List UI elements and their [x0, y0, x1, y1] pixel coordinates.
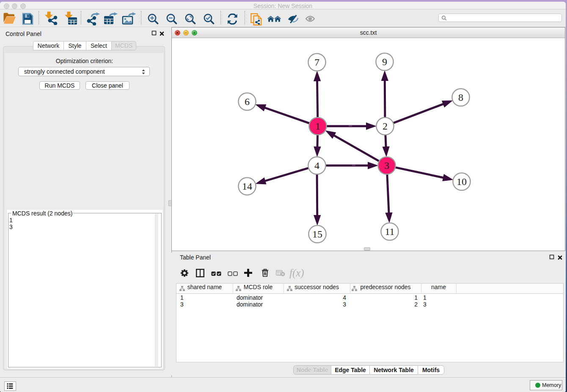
svg-text:8: 8	[458, 92, 463, 103]
svg-text:11: 11	[385, 226, 394, 237]
svg-text:7: 7	[314, 57, 319, 68]
svg-text:10: 10	[457, 176, 467, 187]
svg-text:3: 3	[384, 160, 389, 171]
svg-text:1: 1	[315, 121, 320, 132]
svg-text:9: 9	[382, 56, 387, 67]
svg-text:15: 15	[312, 229, 322, 240]
svg-text:6: 6	[245, 96, 250, 107]
svg-text:4: 4	[314, 160, 319, 171]
svg-text:14: 14	[242, 181, 252, 192]
svg-text:2: 2	[383, 121, 388, 132]
